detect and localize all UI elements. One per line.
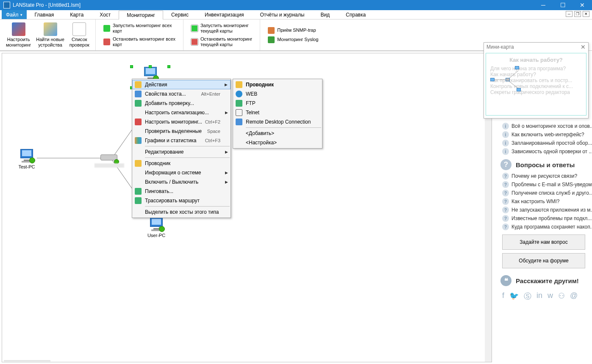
app-icon bbox=[3, 2, 10, 8]
node-test-pc[interactable]: Test-PC bbox=[17, 148, 37, 169]
snmp-trap-button[interactable]: Приём SNMP-trap bbox=[266, 26, 320, 35]
chevron-right-icon: ▶ bbox=[225, 180, 228, 184]
vk-icon[interactable]: w bbox=[548, 291, 553, 301]
status-badge bbox=[29, 157, 35, 163]
tab-monitoring[interactable]: Мониторинг bbox=[119, 11, 163, 19]
qa-link[interactable]: ?Не запускаются приложения из м... bbox=[495, 206, 592, 214]
mini-map-close[interactable]: ✕ bbox=[581, 44, 586, 50]
tab-host[interactable]: Хост bbox=[92, 10, 119, 19]
stop-icon bbox=[191, 39, 198, 45]
node-switch[interactable] bbox=[99, 153, 119, 163]
mini-map-title: Мини-карта bbox=[486, 44, 514, 50]
document-tab[interactable] bbox=[4, 360, 50, 362]
qa-link[interactable]: ?Почему не рисуются связи? bbox=[495, 172, 592, 180]
start-monitoring-all-button[interactable]: Запустить мониторинг всех карт bbox=[102, 22, 177, 35]
help-link[interactable]: iЗависимость одной проверки от ... bbox=[495, 147, 592, 156]
titlebar: LANState Pro - [Untitled1.lsm] bbox=[0, 0, 592, 10]
stop-monitoring-current-button[interactable]: Остановить мониторинг текущей карты bbox=[189, 36, 254, 48]
ctx-graphs[interactable]: Графики и статистикаCtrl+F3 bbox=[132, 136, 231, 145]
ctx-edit[interactable]: Редактирование▶ bbox=[132, 147, 231, 157]
help-link[interactable]: iВсё о мониторинге хостов и опов... bbox=[495, 122, 592, 130]
help-link[interactable]: iКак включить web-интерфейс? bbox=[495, 130, 592, 139]
linkedin-icon[interactable]: in bbox=[536, 291, 542, 301]
properties-icon bbox=[135, 91, 142, 97]
chevron-right-icon: ▶ bbox=[225, 150, 228, 154]
rdp-icon bbox=[236, 119, 242, 125]
cog-icon bbox=[135, 81, 142, 88]
sub-config[interactable]: <Настройка> bbox=[233, 138, 322, 147]
tab-inventory[interactable]: Инвентаризация bbox=[197, 10, 252, 19]
play-icon bbox=[191, 25, 198, 32]
folder-icon bbox=[236, 81, 242, 88]
mdi-restore[interactable]: ❐ bbox=[574, 11, 581, 17]
at-icon[interactable]: @ bbox=[570, 291, 578, 301]
list-icon bbox=[72, 22, 86, 36]
ask-question-button[interactable]: Задайте нам вопрос bbox=[502, 234, 585, 250]
ctx-explorer[interactable]: Проводник bbox=[132, 159, 231, 168]
ctx-configure-alarm[interactable]: Настроить сигнализацию...▶ bbox=[132, 108, 231, 117]
skype-icon[interactable]: Ⓢ bbox=[524, 291, 531, 301]
mini-map-panel: Мини-карта ✕ Как начать работу? Для чего… bbox=[484, 42, 589, 119]
ftp-icon bbox=[236, 100, 242, 107]
configure-monitoring-button[interactable]: Настроить мониторинг bbox=[3, 21, 33, 50]
minimize-button[interactable]: ─ bbox=[534, 0, 553, 10]
file-menu[interactable]: Файл▾ bbox=[2, 10, 27, 19]
ctx-system-info[interactable]: Информация о системе▶ bbox=[132, 168, 231, 177]
check-list-button[interactable]: Список проверок bbox=[67, 21, 92, 50]
sub-web[interactable]: WEB bbox=[233, 89, 322, 99]
qa-link[interactable]: ?Куда программа сохраняет накоп... bbox=[495, 223, 592, 231]
ctx-select-all-type[interactable]: Выделить все хосты этого типа bbox=[132, 207, 231, 217]
maximize-button[interactable]: ☐ bbox=[553, 0, 573, 10]
chevron-down-icon: ▾ bbox=[20, 13, 22, 17]
ctx-check-selected[interactable]: Проверить выделенныеSpace bbox=[132, 127, 231, 136]
terminal-icon bbox=[236, 109, 242, 116]
context-menu: Действия▶ Свойства хоста...Alt+Enter Доб… bbox=[132, 79, 231, 218]
ctx-configure-monitoring[interactable]: Настроить мониторинг...Ctrl+F2 bbox=[132, 117, 231, 127]
qa-link[interactable]: ?Известные проблемы при подкл... bbox=[495, 214, 592, 223]
start-monitoring-current-button[interactable]: Запустить мониторинг текущей карты bbox=[189, 22, 254, 35]
sub-rdp[interactable]: Remote Desktop Connection bbox=[233, 117, 322, 127]
close-button[interactable]: ✕ bbox=[573, 0, 592, 10]
tab-view[interactable]: Вид bbox=[312, 10, 338, 19]
sub-ftp[interactable]: FTP bbox=[233, 99, 322, 108]
qa-section-title: ? Вопросы и ответы bbox=[495, 156, 592, 172]
qa-link[interactable]: ?Как настроить WMI? bbox=[495, 197, 592, 206]
ctx-traceroute[interactable]: Трассировать маршрут bbox=[132, 196, 231, 205]
snmp-icon bbox=[268, 27, 275, 34]
tab-reports[interactable]: Отчёты и журналы bbox=[252, 10, 312, 19]
twitter-icon[interactable]: 🐦 bbox=[509, 291, 519, 301]
mdi-minimize[interactable]: ─ bbox=[566, 11, 573, 17]
sub-telnet[interactable]: Telnet bbox=[233, 108, 322, 117]
ctx-ping[interactable]: Пинговать... bbox=[132, 187, 231, 196]
sub-explorer[interactable]: Проводник bbox=[233, 80, 322, 89]
syslog-monitoring-button[interactable]: Мониторинг Syslog bbox=[266, 36, 320, 44]
ctx-host-properties[interactable]: Свойства хоста...Alt+Enter bbox=[132, 89, 231, 99]
qa-link[interactable]: ?Проблемы с E-mail и SMS-уведом... bbox=[495, 180, 592, 189]
help-ghost-overlay: Как начать работу? Для чего нужна эта пр… bbox=[486, 53, 586, 99]
forum-button[interactable]: Обсудите на форуме bbox=[502, 253, 585, 268]
check-icon bbox=[135, 188, 142, 195]
mdi-close[interactable]: ✕ bbox=[583, 11, 589, 17]
find-new-devices-button[interactable]: Найти новые устройства bbox=[33, 21, 67, 50]
qa-link[interactable]: ?Получение списка служб и друго... bbox=[495, 189, 592, 197]
facebook-icon[interactable]: f bbox=[502, 291, 504, 301]
tab-help[interactable]: Справка bbox=[338, 10, 374, 19]
ctx-actions[interactable]: Действия▶ bbox=[132, 80, 231, 89]
node-user-pc[interactable]: User-PC bbox=[146, 217, 167, 238]
ctx-power[interactable]: Включить / Выключить▶ bbox=[132, 177, 231, 187]
stop-monitoring-all-button[interactable]: Остановить мониторинг всех карт bbox=[102, 36, 177, 48]
tab-main[interactable]: Главная bbox=[27, 10, 62, 19]
computer-icon bbox=[17, 148, 37, 163]
ctx-add-check[interactable]: Добавить проверку... bbox=[132, 99, 231, 108]
mini-map-viewport[interactable]: Как начать работу? Для чего нужна эта пр… bbox=[486, 53, 586, 116]
tab-map[interactable]: Карта bbox=[62, 10, 92, 19]
tab-service[interactable]: Сервис bbox=[163, 10, 197, 19]
actions-submenu: Проводник WEB FTP Telnet Remote Desktop … bbox=[233, 79, 322, 149]
mdi-controls: ─ ❐ ✕ bbox=[566, 11, 589, 17]
play-icon bbox=[103, 25, 110, 32]
odnoklassniki-icon[interactable]: ⚇ bbox=[558, 291, 565, 301]
question-icon: ? bbox=[500, 159, 511, 170]
help-link[interactable]: iЗапланированный простой обор... bbox=[495, 139, 592, 147]
map-canvas[interactable]: Test-PC User-PC bbox=[2, 53, 492, 362]
sub-add[interactable]: <Добавить> bbox=[233, 129, 322, 138]
